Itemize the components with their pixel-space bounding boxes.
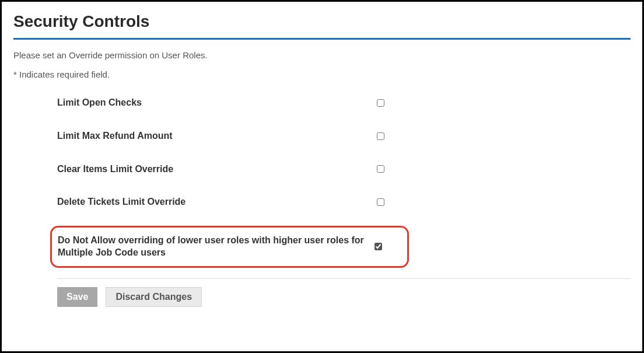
control-row-delete-tickets-limit: Delete Tickets Limit Override [57, 196, 631, 208]
security-controls-list: Limit Open Checks Limit Max Refund Amoun… [13, 97, 631, 268]
control-row-do-not-allow-override: Do Not Allow overriding of lower user ro… [50, 226, 409, 268]
control-label: Do Not Allow overriding of lower user ro… [58, 235, 370, 259]
checkbox-limit-open-checks[interactable] [377, 99, 384, 107]
section-divider [57, 278, 631, 279]
title-divider [13, 38, 631, 40]
control-label: Delete Tickets Limit Override [57, 196, 372, 208]
action-button-row: Save Discard Changes [13, 287, 631, 307]
checkbox-delete-tickets-limit[interactable] [377, 198, 384, 206]
save-button[interactable]: Save [57, 287, 97, 307]
intro-text: Please set an Override permission on Use… [13, 50, 631, 60]
control-row-limit-open-checks: Limit Open Checks [57, 97, 631, 109]
checkbox-do-not-allow-override[interactable] [374, 243, 382, 250]
page-title: Security Controls [13, 12, 631, 31]
discard-changes-button[interactable]: Discard Changes [106, 287, 202, 307]
required-field-note: * Indicates required field. [13, 69, 631, 79]
control-row-limit-max-refund: Limit Max Refund Amount [57, 130, 631, 142]
checkbox-clear-items-limit[interactable] [377, 165, 384, 173]
control-label: Limit Max Refund Amount [57, 130, 372, 142]
checkbox-limit-max-refund[interactable] [377, 132, 384, 140]
control-row-clear-items-limit: Clear Items Limit Override [57, 163, 631, 176]
control-label: Limit Open Checks [57, 97, 372, 109]
control-label: Clear Items Limit Override [57, 163, 372, 176]
